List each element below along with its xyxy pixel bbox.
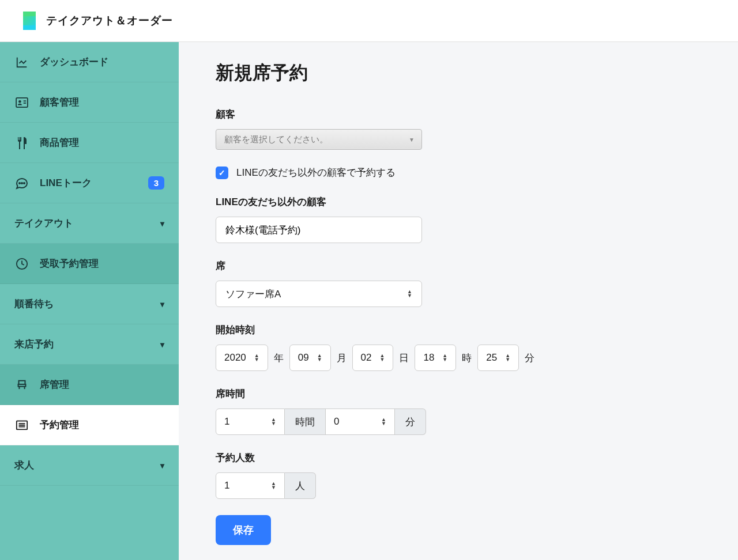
select-caret-icon: ▲▼	[254, 354, 259, 362]
svg-point-6	[24, 183, 25, 184]
chat-icon	[14, 176, 29, 191]
select-caret-icon: ▲▼	[381, 418, 386, 426]
customer-label: 顧客	[216, 108, 701, 121]
clock-icon	[14, 256, 29, 271]
minute-value: 25	[486, 352, 497, 364]
sidebar-item-label: 顧客管理	[40, 96, 164, 109]
field-alt-customer: LINEの友だち以外の顧客	[216, 195, 701, 243]
field-seat: 席 ソファー席A ▲▼	[216, 259, 701, 307]
chevron-down-icon: ▾	[160, 461, 164, 470]
duration-minutes-select[interactable]: 0 ▲▼	[326, 408, 395, 435]
select-caret-icon: ▲▼	[442, 354, 447, 362]
chart-icon	[14, 55, 29, 70]
day-select[interactable]: 02 ▲▼	[352, 345, 394, 371]
hour-select[interactable]: 18 ▲▼	[415, 345, 456, 371]
chevron-down-icon: ▾	[160, 219, 164, 228]
sidebar-item-jobs[interactable]: 求人 ▾	[0, 445, 179, 486]
header: テイクアウト＆オーダー	[0, 0, 738, 42]
sidebar-item-label: 受取予約管理	[40, 257, 164, 270]
svg-point-5	[21, 183, 22, 184]
sidebar-item-takeout[interactable]: テイクアウト ▾	[0, 203, 179, 244]
sidebar-item-label: LINEトーク	[40, 176, 148, 190]
year-select[interactable]: 2020 ▲▼	[216, 345, 268, 371]
month-value: 09	[298, 352, 309, 364]
sidebar-item-label: 席管理	[40, 378, 164, 391]
sidebar-item-dashboard[interactable]: ダッシュボード	[0, 42, 179, 82]
month-select[interactable]: 09 ▲▼	[289, 345, 331, 371]
people-unit: 人	[285, 472, 316, 499]
sidebar-item-label: 順番待ち	[14, 297, 160, 311]
select-caret-icon: ▲▼	[271, 482, 276, 490]
select-caret-icon: ▲▼	[505, 354, 510, 362]
checkbox-label: LINEの友だち以外の顧客で予約する	[236, 166, 396, 179]
start-time-label: 開始時刻	[216, 323, 701, 336]
select-caret-icon: ▲▼	[380, 354, 385, 362]
duration-label: 席時間	[216, 387, 701, 400]
day-unit: 日	[399, 351, 409, 365]
checkbox-non-line[interactable]: ✓	[216, 167, 228, 179]
svg-point-1	[18, 100, 21, 103]
select-caret-icon: ▲▼	[407, 290, 412, 298]
select-caret-icon: ▲▼	[271, 418, 276, 426]
hour-unit: 時	[462, 351, 472, 365]
duration-hours-unit: 時間	[285, 408, 326, 435]
duration-minutes-unit: 分	[395, 408, 426, 435]
duration-hours-value: 1	[224, 416, 229, 427]
save-button[interactable]: 保存	[216, 515, 271, 545]
year-unit: 年	[274, 351, 284, 365]
sidebar-item-waitlist[interactable]: 順番待ち ▾	[0, 284, 179, 324]
header-title: テイクアウト＆オーダー	[46, 13, 173, 28]
duration-minutes-value: 0	[334, 416, 339, 427]
chevron-down-icon: ▾	[160, 340, 164, 349]
sidebar: ダッシュボード 顧客管理 商品管理 LINEトーク 3 テイクアウト ▾	[0, 42, 179, 560]
seat-label: 席	[216, 259, 701, 273]
year-value: 2020	[224, 352, 246, 364]
id-card-icon	[14, 95, 29, 110]
sidebar-item-label: 求人	[14, 459, 160, 472]
chair-icon	[14, 377, 29, 392]
field-duration: 席時間 1 ▲▼ 時間 0 ▲▼ 分	[216, 387, 701, 435]
select-caret-icon: ▲▼	[317, 354, 322, 362]
utensils-icon	[14, 135, 29, 150]
sidebar-item-label: ダッシュボード	[40, 55, 164, 69]
alt-customer-label: LINEの友だち以外の顧客	[216, 195, 701, 209]
alt-customer-input[interactable]	[216, 217, 422, 243]
notification-badge: 3	[148, 176, 164, 190]
people-value: 1	[224, 480, 229, 491]
minute-select[interactable]: 25 ▲▼	[477, 345, 519, 371]
list-icon	[14, 418, 29, 433]
sidebar-item-line-talk[interactable]: LINEトーク 3	[0, 163, 179, 203]
customer-select-placeholder: 顧客を選択してください。	[224, 134, 328, 145]
seat-select[interactable]: ソファー席A ▲▼	[216, 281, 422, 307]
sidebar-item-label: 商品管理	[40, 136, 164, 149]
minute-unit: 分	[525, 351, 534, 365]
sidebar-item-seat-management[interactable]: 席管理	[0, 365, 179, 405]
sidebar-item-customers[interactable]: 顧客管理	[0, 82, 179, 123]
people-label: 予約人数	[216, 451, 701, 464]
sidebar-item-visit-reservation[interactable]: 来店予約 ▾	[0, 324, 179, 365]
field-customer: 顧客 顧客を選択してください。	[216, 108, 701, 150]
field-people: 予約人数 1 ▲▼ 人	[216, 451, 701, 499]
sidebar-item-pickup-reservation[interactable]: 受取予約管理	[0, 244, 179, 284]
checkbox-row-non-line[interactable]: ✓ LINEの友だち以外の顧客で予約する	[216, 166, 701, 179]
main-content: 新規席予約 顧客 顧客を選択してください。 ✓ LINEの友だち以外の顧客で予約…	[179, 42, 738, 560]
sidebar-item-label: 来店予約	[14, 338, 160, 351]
sidebar-item-products[interactable]: 商品管理	[0, 123, 179, 163]
month-unit: 月	[337, 351, 347, 365]
customer-select[interactable]: 顧客を選択してください。	[216, 129, 422, 150]
logo-icon	[23, 12, 36, 30]
sidebar-item-reservation-management[interactable]: 予約管理	[0, 405, 179, 445]
svg-point-4	[19, 183, 20, 184]
seat-select-value: ソファー席A	[225, 287, 281, 301]
sidebar-item-label: テイクアウト	[14, 217, 160, 230]
sidebar-item-label: 予約管理	[40, 418, 164, 432]
hour-value: 18	[423, 352, 434, 364]
day-value: 02	[361, 352, 372, 364]
page-title: 新規席予約	[216, 60, 701, 86]
duration-hours-select[interactable]: 1 ▲▼	[216, 408, 285, 435]
chevron-down-icon: ▾	[160, 300, 164, 309]
people-select[interactable]: 1 ▲▼	[216, 472, 285, 499]
field-start-time: 開始時刻 2020 ▲▼ 年 09 ▲▼ 月 02 ▲▼ 日 18	[216, 323, 701, 371]
